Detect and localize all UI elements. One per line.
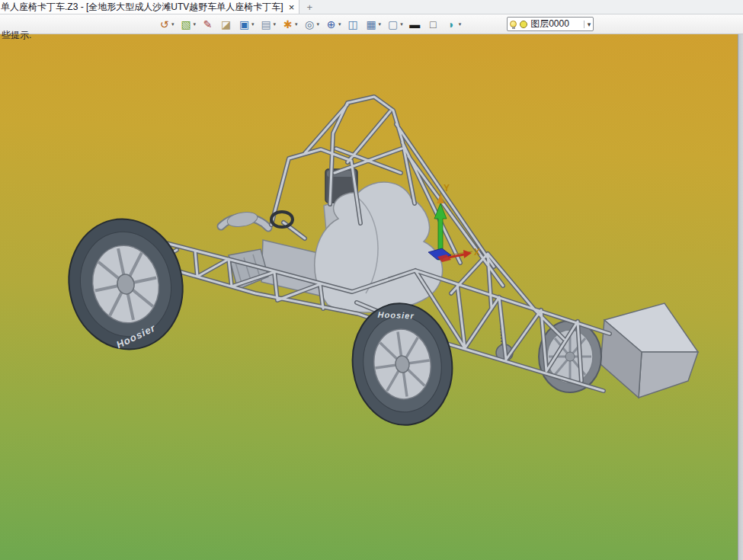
document-tab[interactable]: 单人座椅卡丁车.Z3 - [全地形大型成人沙滩UTV越野车单人座椅卡丁车] × bbox=[0, 0, 299, 14]
tire-brand-text: Hoosier bbox=[377, 310, 414, 321]
refresh-button[interactable]: ↺▾ bbox=[156, 18, 176, 30]
visibility-icon: ◗ bbox=[445, 19, 458, 30]
view-cube-icon: ▤ bbox=[260, 19, 273, 30]
tab-close-icon[interactable]: × bbox=[289, 2, 295, 12]
rear-bodywork[interactable] bbox=[600, 303, 698, 398]
pen-button[interactable]: ✎ bbox=[200, 18, 216, 30]
fit-window-button[interactable]: ◫ bbox=[345, 18, 361, 30]
3d-model-canvas[interactable]: Hoosier Hoosier bbox=[0, 34, 743, 560]
view-cube-button[interactable]: ▤▾ bbox=[258, 18, 278, 30]
eraser-icon: ◪ bbox=[219, 19, 232, 30]
kart-model[interactable]: Hoosier Hoosier bbox=[57, 97, 698, 431]
shaded-view-icon: ▣ bbox=[238, 19, 251, 30]
layer-color-swatch[interactable] bbox=[520, 21, 527, 28]
right-scrollbar[interactable] bbox=[738, 34, 743, 560]
y-axis-label: Y bbox=[444, 183, 450, 194]
orbit-icon: ⊕ bbox=[325, 19, 338, 30]
grid-view-button[interactable]: ▦▾ bbox=[363, 18, 383, 30]
background-color-icon: □ bbox=[427, 19, 440, 30]
display-button[interactable]: ▢▾ bbox=[385, 18, 405, 30]
dropdown-caret-icon[interactable]: ▾ bbox=[171, 21, 175, 27]
gear-icon: ✱ bbox=[281, 19, 294, 30]
layer-dropdown-caret-icon[interactable]: ▾ bbox=[584, 21, 591, 28]
dropdown-caret-icon[interactable]: ▾ bbox=[194, 21, 197, 27]
cad-application-window: 单人座椅卡丁车.Z3 - [全地形大型成人沙滩UTV越野车单人座椅卡丁车] × … bbox=[0, 0, 743, 560]
grid-view-icon: ▦ bbox=[365, 19, 378, 30]
appearance-button[interactable]: ▧▾ bbox=[178, 18, 198, 30]
hint-text: 些提示. bbox=[2, 29, 31, 42]
dropdown-caret-icon[interactable]: ▾ bbox=[317, 21, 320, 27]
refresh-icon: ↺ bbox=[158, 19, 171, 30]
front-left-tire[interactable]: Hoosier bbox=[57, 208, 195, 360]
pen-icon: ✎ bbox=[201, 19, 214, 30]
eraser-button[interactable]: ◪ bbox=[218, 18, 234, 30]
tab-title: 单人座椅卡丁车.Z3 - [全地形大型成人沙滩UTV越野车单人座椅卡丁车] bbox=[1, 1, 283, 14]
tab-bar: 单人座椅卡丁车.Z3 - [全地形大型成人沙滩UTV越野车单人座椅卡丁车] × … bbox=[0, 0, 743, 14]
visibility-button[interactable]: ◗▾ bbox=[444, 18, 463, 30]
appearance-icon: ▧ bbox=[180, 19, 193, 30]
viewport-3d[interactable]: Hoosier Hoosier bbox=[0, 34, 743, 560]
main-toolbar: ↺▾▧▾✎◪▣▾▤▾✱▾◎▾⊕▾◫▦▾▢▾▬□◗▾ 图层0000 ▾ bbox=[0, 14, 743, 34]
gear-button[interactable]: ✱▾ bbox=[280, 18, 299, 30]
x-axis-label: X bbox=[474, 247, 480, 258]
toolbar-icons: ↺▾▧▾✎◪▣▾▤▾✱▾◎▾⊕▾◫▦▾▢▾▬□◗▾ bbox=[156, 18, 463, 30]
dropdown-caret-icon[interactable]: ▾ bbox=[251, 21, 255, 27]
dropdown-caret-icon[interactable]: ▾ bbox=[338, 21, 341, 27]
fit-window-icon: ◫ bbox=[347, 19, 360, 30]
line-width-button[interactable]: ▬ bbox=[407, 18, 423, 30]
display-icon: ▢ bbox=[386, 19, 399, 30]
shaded-view-button[interactable]: ▣▾ bbox=[236, 18, 256, 30]
dropdown-caret-icon[interactable]: ▾ bbox=[400, 21, 403, 27]
layer-dropdown[interactable]: 图层0000 ▾ bbox=[507, 17, 594, 31]
dropdown-caret-icon[interactable]: ▾ bbox=[295, 21, 298, 27]
dropdown-caret-icon[interactable]: ▾ bbox=[459, 21, 462, 27]
dropdown-caret-icon[interactable]: ▾ bbox=[274, 21, 277, 27]
dropdown-caret-icon[interactable]: ▾ bbox=[379, 21, 382, 27]
zoom-button[interactable]: ◎▾ bbox=[302, 18, 322, 30]
line-width-icon: ▬ bbox=[408, 19, 421, 30]
orbit-button[interactable]: ⊕▾ bbox=[323, 18, 343, 30]
zoom-icon: ◎ bbox=[303, 19, 316, 30]
layer-visibility-bulb-icon[interactable] bbox=[510, 21, 517, 27]
new-tab-button[interactable]: + bbox=[299, 0, 319, 14]
layer-name: 图层0000 bbox=[530, 18, 583, 30]
background-color-button[interactable]: □ bbox=[425, 18, 441, 30]
